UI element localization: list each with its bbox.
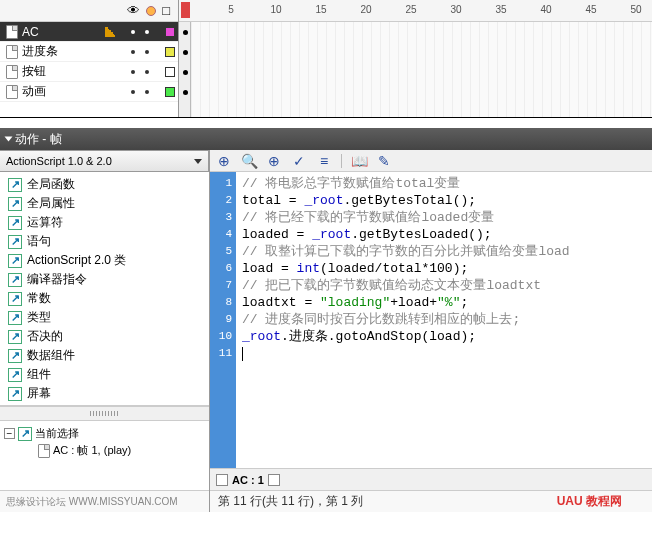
layer-row[interactable]: 动画 (0, 82, 178, 102)
lock-icon[interactable] (146, 6, 156, 16)
find-icon[interactable]: 🔍 (241, 153, 257, 169)
nav-icon (18, 427, 32, 441)
splitter[interactable] (0, 406, 209, 420)
tree-item[interactable]: 编译器指令 (0, 270, 209, 289)
category-icon (8, 330, 22, 344)
layer-icon (6, 65, 18, 79)
format-icon[interactable]: ≡ (316, 153, 332, 169)
script-tabs[interactable]: AC : 1 (210, 468, 652, 490)
actions-tree[interactable]: 全局函数全局属性运算符语句ActionScript 2.0 类编译器指令常数类型… (0, 172, 209, 406)
check-icon[interactable]: ✓ (291, 153, 307, 169)
tree-item[interactable]: 语句 (0, 232, 209, 251)
eye-icon[interactable]: 👁 (127, 4, 140, 17)
tree-item[interactable]: 类型 (0, 308, 209, 327)
tree-item[interactable]: 数据组件 (0, 346, 209, 365)
layer-icon (6, 25, 18, 39)
tree-item[interactable]: 运算符 (0, 213, 209, 232)
code-toolbar: ⊕🔍⊕✓≡📖✎ (210, 150, 652, 172)
layer-row[interactable]: AC (0, 22, 178, 42)
pencil-icon (105, 27, 115, 37)
layer-row[interactable]: 进度条 (0, 42, 178, 62)
category-icon (8, 216, 22, 230)
target-icon[interactable]: ⊕ (266, 153, 282, 169)
line-gutter: 1234567891011 (210, 172, 236, 468)
outline-icon[interactable]: □ (162, 4, 170, 17)
category-icon (8, 292, 22, 306)
color-swatch[interactable] (165, 47, 175, 57)
category-icon (8, 311, 22, 325)
code-editor[interactable]: // 将电影总字节数赋值给total变量 total = _root.getBy… (236, 172, 652, 468)
layers-header: 👁 □ (0, 0, 178, 22)
tree-item[interactable]: ActionScript 2.0 类 (0, 251, 209, 270)
layer-row[interactable]: 按钮 (0, 62, 178, 82)
tree-item[interactable]: 全局属性 (0, 194, 209, 213)
category-icon (8, 273, 22, 287)
panel-title: 动作 - 帧 (15, 131, 62, 148)
add-icon[interactable]: ⊕ (216, 153, 232, 169)
layer-name: 动画 (22, 83, 115, 100)
chevron-down-icon (194, 159, 202, 164)
category-icon (8, 368, 22, 382)
layer-icon (6, 85, 18, 99)
tab-menu-icon[interactable] (268, 474, 280, 486)
tree-item[interactable]: 屏幕 (0, 384, 209, 403)
category-icon (8, 197, 22, 211)
status-bar: 第 11 行(共 11 行)，第 1 列 UAU 教程网 (210, 490, 652, 512)
category-icon (8, 235, 22, 249)
collapse-icon[interactable]: − (4, 428, 15, 439)
category-icon (8, 254, 22, 268)
color-swatch[interactable] (165, 27, 175, 37)
layer-name: 按钮 (22, 63, 115, 80)
reference-icon[interactable]: 📖 (351, 153, 367, 169)
playhead[interactable] (181, 2, 190, 18)
frame-icon (38, 444, 50, 458)
actions-panel-header[interactable]: 动作 - 帧 (0, 128, 652, 150)
pin-icon[interactable] (216, 474, 228, 486)
script-version-select[interactable]: ActionScript 1.0 & 2.0 (0, 150, 209, 172)
tree-item[interactable]: 常数 (0, 289, 209, 308)
category-icon (8, 387, 22, 401)
layer-name: 进度条 (22, 43, 115, 60)
tree-item[interactable]: 全局函数 (0, 175, 209, 194)
timeline-ruler[interactable]: 510152025303540455055 (179, 0, 652, 22)
layer-icon (6, 45, 18, 59)
collapse-icon[interactable] (5, 137, 13, 142)
debug-icon[interactable]: ✎ (376, 153, 392, 169)
layers-panel: 👁 □ AC进度条按钮动画 (0, 0, 179, 117)
script-navigator: −当前选择 AC : 帧 1, (play) (0, 420, 209, 490)
tree-item[interactable]: 否决的 (0, 327, 209, 346)
layer-name: AC (22, 25, 101, 39)
color-swatch[interactable] (165, 67, 175, 77)
footer-credit: 思缘设计论坛 WWW.MISSYUAN.COM (0, 490, 209, 512)
tree-item[interactable]: 组件 (0, 365, 209, 384)
color-swatch[interactable] (165, 87, 175, 97)
category-icon (8, 178, 22, 192)
category-icon (8, 349, 22, 363)
timeline[interactable]: 510152025303540455055 (179, 0, 652, 117)
